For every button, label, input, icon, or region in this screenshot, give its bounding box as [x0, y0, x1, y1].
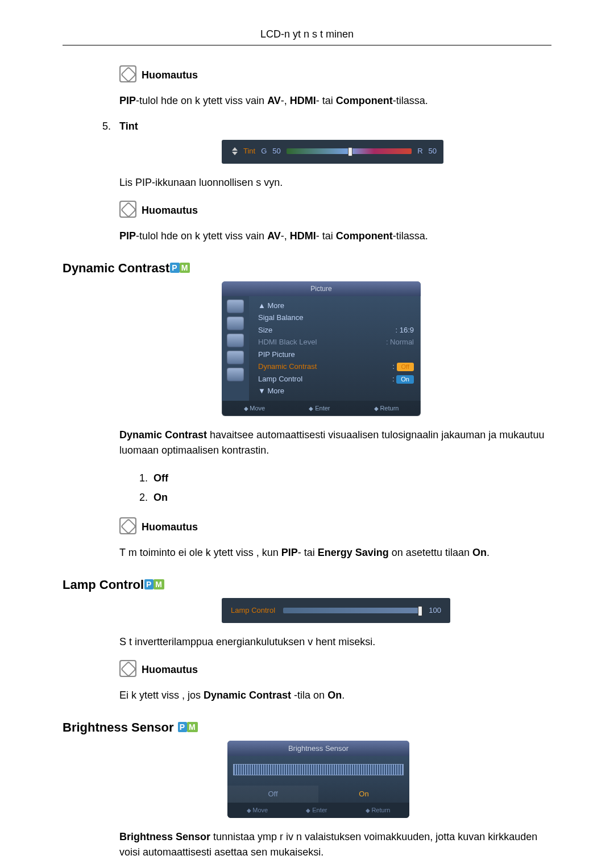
lamp-slider[interactable] — [283, 608, 421, 613]
menu-row[interactable]: PIP Picture — [258, 348, 414, 361]
bs-bar — [233, 764, 404, 775]
slider-thumb[interactable] — [348, 147, 352, 156]
bs-footer: Move Enter Return — [227, 803, 409, 819]
bs-option-off[interactable]: Off — [227, 786, 318, 803]
note-4: Huomautus — [119, 660, 551, 678]
osd-tint-control: Tint G 50 R 50 — [222, 140, 443, 164]
note-icon — [119, 65, 136, 82]
osd-brightness-sensor: Brightness Sensor Off On Move Enter Retu… — [227, 741, 409, 819]
sidebar-icon[interactable] — [227, 368, 244, 381]
sidebar-icon[interactable] — [227, 351, 244, 364]
dynamic-contrast-description: Dynamic Contrast havaitsee automaattises… — [119, 427, 551, 458]
sidebar-icon[interactable] — [227, 317, 244, 330]
heading-brightness-sensor: Brightness Sensor PM — [63, 720, 551, 735]
pill-on: On — [396, 375, 414, 384]
page-header: LCD-n yt n s t minen — [63, 28, 551, 45]
pm-icon: PM — [178, 722, 198, 732]
footer-move: Move — [244, 404, 265, 413]
note-3: Huomautus — [119, 517, 551, 535]
footer-return: Return — [374, 404, 399, 413]
pill-off: Off — [397, 363, 414, 371]
lamp-description: S t invertterilamppua energiankulutuksen… — [119, 634, 551, 650]
pip-source-note-2: PIP-tulol hde on k ytett viss vain AV-, … — [119, 229, 551, 244]
dynamic-note-text: T m toiminto ei ole k ytett viss , kun P… — [119, 545, 551, 560]
note-icon — [119, 660, 136, 677]
lamp-value: 100 — [429, 605, 441, 616]
tint-label: Tint — [243, 146, 255, 157]
osd-picture-menu: Picture ▲ More Sigal Balance Size: 16:9 … — [222, 281, 421, 417]
tint-slider[interactable] — [287, 148, 412, 154]
menu-row[interactable]: Sigal Balance — [258, 312, 414, 324]
tint-description: Lis PIP-ikkunaan luonnollisen s vyn. — [119, 175, 551, 190]
note-2: Huomautus — [119, 201, 551, 218]
menu-more-down[interactable]: ▼ More — [258, 385, 284, 397]
menu-footer: Move Enter Return — [222, 401, 421, 417]
dynamic-options: 1.Off 2.On — [139, 468, 551, 507]
menu-rows: ▲ More Sigal Balance Size: 16:9 HDMI Bla… — [249, 296, 421, 401]
note-1: Huomautus — [119, 65, 551, 83]
pip-source-note-1: PIP-tulol hde on k ytett viss vain AV-, … — [119, 93, 551, 109]
note-icon — [119, 517, 136, 534]
footer-enter: Enter — [309, 404, 330, 413]
menu-title: Picture — [222, 281, 421, 296]
note-icon — [119, 201, 136, 218]
menu-row-selected[interactable]: Dynamic Contrast: Off — [258, 360, 414, 373]
menu-row[interactable]: Lamp Control: On — [258, 373, 414, 385]
pm-icon: PM — [170, 263, 190, 272]
heading-lamp-control: Lamp ControlPM — [63, 578, 551, 592]
menu-sidebar — [222, 296, 249, 401]
bs-title: Brightness Sensor — [227, 741, 409, 757]
sidebar-icon[interactable] — [227, 334, 244, 347]
sidebar-icon[interactable] — [227, 300, 244, 313]
brightness-sensor-description: Brightness Sensor tunnistaa ymp r iv n v… — [119, 829, 551, 860]
lamp-note-text: Ei k ytett viss , jos Dynamic Contrast -… — [119, 688, 551, 703]
triangle-down-icon — [232, 152, 238, 155]
osd-lamp-control: Lamp Control 100 — [222, 598, 450, 623]
note-label: Huomautus — [142, 69, 198, 81]
bs-option-on[interactable]: On — [318, 786, 409, 803]
pm-icon: PM — [144, 580, 164, 589]
menu-row: HDMI Black Level: Normal — [258, 336, 414, 348]
menu-more-up[interactable]: ▲ More — [258, 300, 284, 312]
lamp-label: Lamp Control — [231, 605, 275, 616]
heading-dynamic-contrast: Dynamic ContrastPM — [63, 261, 551, 276]
list-item-tint: 5. Tint — [102, 119, 551, 134]
menu-row[interactable]: Size: 16:9 — [258, 324, 414, 337]
slider-thumb[interactable] — [418, 606, 422, 616]
triangle-up-icon — [232, 147, 238, 151]
